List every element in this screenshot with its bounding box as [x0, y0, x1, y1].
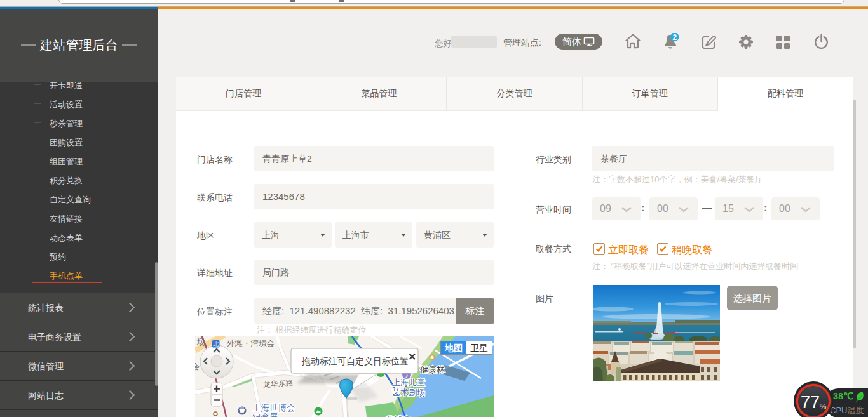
svg-text:场: 场	[196, 337, 205, 347]
svg-text:上海世博会: 上海世博会	[252, 403, 295, 413]
svg-text:%: %	[820, 402, 827, 411]
svg-text:北: 北	[213, 341, 219, 347]
svg-text:上海儿童: 上海儿童	[392, 378, 425, 387]
svg-text:外滩・湾璟会: 外滩・湾璟会	[227, 339, 275, 348]
svg-text:卫星: 卫星	[470, 343, 488, 353]
svg-text:会: 会	[195, 362, 200, 371]
svg-text:龙华东路: 龙华东路	[262, 378, 294, 389]
svg-text:纪念展: 纪念展	[252, 413, 278, 417]
svg-text:拖动标注可自定义目标位置: 拖动标注可自定义目标位置	[301, 356, 409, 366]
svg-text:地图: 地图	[444, 343, 463, 353]
svg-text:健康林: 健康林	[420, 365, 445, 374]
svg-text:77: 77	[801, 393, 820, 412]
svg-text:2: 2	[672, 33, 677, 42]
svg-text:艺术剧场: 艺术剧场	[392, 388, 425, 397]
